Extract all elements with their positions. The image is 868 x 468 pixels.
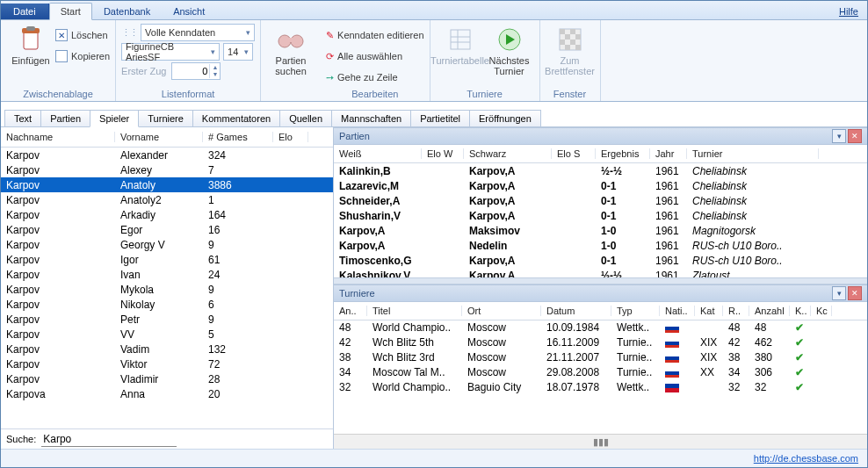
games-grid[interactable]: Kalinkin,BKarpov,A½-½1961CheliabinskLaza… (334, 163, 867, 277)
column-header[interactable]: Weiß (334, 148, 422, 159)
column-header[interactable]: Vorname (115, 132, 203, 142)
column-header[interactable]: R.. (723, 306, 749, 316)
player-row[interactable]: KarpovMykola9 (1, 282, 333, 297)
file-menu[interactable]: Datei (1, 4, 49, 19)
search-games-button[interactable]: Partien suchen (266, 22, 315, 76)
column-header[interactable]: Turnier (687, 148, 819, 159)
tournament-row[interactable]: 42Wch Blitz 5thMoscow16.11.2009Turnie..X… (334, 335, 867, 350)
column-header[interactable]: Schwarz (464, 148, 552, 159)
crosstable-button[interactable]: Turniertabelle (436, 22, 485, 66)
column-header[interactable]: An.. (334, 306, 367, 316)
tournaments-header[interactable]: An..TitelOrtDatumTypNati..KatR..AnzahlK.… (334, 302, 867, 320)
column-header[interactable]: Kat (695, 306, 723, 316)
tournaments-grid[interactable]: 48World Champio..Moscow10.09.1984Wettk..… (334, 320, 867, 435)
column-header[interactable]: Anzahl (749, 306, 790, 316)
firstmove-input[interactable] (172, 66, 209, 76)
category-tab-mannschaften[interactable]: Mannschaften (331, 110, 411, 126)
category-tab-turniere[interactable]: Turniere (138, 110, 193, 126)
column-header[interactable]: # Games (203, 132, 273, 142)
tournament-row[interactable]: 48World Champio..Moscow10.09.1984Wettk..… (334, 320, 867, 335)
player-row[interactable]: KarpovIvan24 (1, 267, 333, 282)
column-header[interactable]: Elo W (422, 148, 464, 159)
category-tab-eröffnungen[interactable]: Eröffnungen (469, 110, 541, 126)
player-row[interactable]: KarpovArkadiy164 (1, 207, 333, 222)
game-row[interactable]: Karpov,ANedelin1-01961RUS-ch U10 Boro.. (334, 238, 867, 253)
website-link[interactable]: http://de.chessbase.com (754, 453, 858, 464)
column-header[interactable]: Jahr (650, 148, 687, 159)
dropdown-icon[interactable]: ▾ (832, 129, 846, 143)
delete-button[interactable]: ✕Löschen (55, 25, 110, 45)
select-all-button[interactable]: ⟳Alle auswählen (326, 47, 402, 66)
player-row[interactable]: KarpovVladimir28 (1, 371, 333, 386)
tournament-row[interactable]: 38Wch Blitz 3rdMoscow21.11.2007Turnie..X… (334, 350, 867, 365)
column-header[interactable]: Datum (541, 306, 611, 316)
player-row[interactable]: KarpovAlexey7 (1, 162, 333, 177)
games-pane-header[interactable]: Partien ▾✕ (334, 127, 867, 145)
category-tab-kommentatoren[interactable]: Kommentatoren (192, 110, 280, 126)
flag-icon (665, 339, 679, 348)
paste-button[interactable]: Einfügen (6, 22, 55, 66)
player-row[interactable]: KarpovGeorgy V9 (1, 237, 333, 252)
firstmove-spinner[interactable]: ▲▼ (171, 62, 221, 80)
search-input[interactable] (41, 432, 177, 447)
close-icon[interactable]: ✕ (848, 286, 862, 300)
ribbon-tab-start[interactable]: Start (49, 3, 92, 20)
column-header[interactable]: Nachname (1, 132, 115, 142)
player-row[interactable]: KarpovIgor61 (1, 252, 333, 267)
game-row[interactable]: Kalashnikov,VKarpov,A½-½1961Zlatoust (334, 268, 867, 277)
play-icon (495, 25, 524, 54)
games-header[interactable]: WeißElo WSchwarzElo SErgebnisJahrTurnier (334, 145, 867, 163)
tournament-row[interactable]: 34Moscow Tal M..Moscow29.08.2008Turnie..… (334, 365, 867, 380)
splitter[interactable] (334, 277, 867, 284)
category-tab-text[interactable]: Text (4, 110, 41, 126)
edit-kenndaten-button[interactable]: ✎Kenndaten editieren (326, 25, 423, 45)
kenndaten-combo[interactable]: Volle Kenndaten▾ (141, 24, 255, 41)
tournaments-pane-header[interactable]: Turniere ▾✕ (334, 284, 867, 302)
column-header[interactable]: Typ (611, 306, 660, 316)
scrollbar[interactable]: ▮▮▮ (334, 434, 867, 449)
game-row[interactable]: Lazarevic,MKarpov,A0-11961Cheliabinsk (334, 178, 867, 193)
table-icon (446, 25, 474, 54)
game-row[interactable]: Schneider,AKarpov,A0-11961Cheliabinsk (334, 193, 867, 208)
column-header[interactable]: Ergebnis (596, 148, 650, 159)
tournament-row[interactable]: 32World Champio..Baguio City18.07.1978We… (334, 380, 867, 395)
player-row[interactable]: KarpovaAnna20 (1, 386, 333, 401)
close-icon[interactable]: ✕ (848, 129, 862, 143)
players-header[interactable]: NachnameVorname# GamesElo (1, 127, 333, 148)
ribbon-tab-database[interactable]: Datenbank (92, 3, 162, 19)
category-tab-quellen[interactable]: Quellen (279, 110, 332, 126)
next-tournament-button[interactable]: Nächstes Turnier (485, 22, 534, 76)
column-header[interactable]: Nati.. (660, 306, 695, 316)
player-row[interactable]: KarpovAnatoly3886 (1, 177, 333, 192)
board-window-button[interactable]: Zum Brettfenster (546, 22, 595, 76)
column-header[interactable]: Elo (273, 132, 308, 142)
fontsize-combo[interactable]: 14▾ (223, 43, 253, 61)
category-tab-partien[interactable]: Partien (40, 110, 90, 126)
players-grid[interactable]: KarpovAlexander324KarpovAlexey7KarpovAna… (1, 148, 333, 428)
player-row[interactable]: KarpovEgor16 (1, 222, 333, 237)
game-row[interactable]: Karpov,AMaksimov1-01961Magnitogorsk (334, 223, 867, 238)
player-row[interactable]: KarpovVadim132 (1, 342, 333, 356)
copy-button[interactable]: Kopieren (55, 47, 110, 66)
player-row[interactable]: KarpovAlexander324 (1, 148, 333, 162)
player-row[interactable]: KarpovAnatoly21 (1, 192, 333, 207)
player-row[interactable]: KarpovPetr9 (1, 312, 333, 327)
column-header[interactable]: Elo S (552, 148, 596, 159)
player-row[interactable]: KarpovNikolay6 (1, 297, 333, 312)
help-link[interactable]: Hilfe (830, 4, 867, 19)
ribbon-tab-view[interactable]: Ansicht (162, 3, 216, 19)
player-row[interactable]: KarpovViktor72 (1, 356, 333, 371)
goto-line-button[interactable]: ➙Gehe zu Zeile (326, 68, 397, 87)
game-row[interactable]: Kalinkin,BKarpov,A½-½1961Cheliabinsk (334, 163, 867, 178)
game-row[interactable]: Timoscenko,GKarpov,A0-11961RUS-ch U10 Bo… (334, 253, 867, 268)
category-tab-partietitel[interactable]: Partietitel (410, 110, 470, 126)
font-combo[interactable]: FigurineCB AriesSF▾ (121, 43, 220, 61)
game-row[interactable]: Shusharin,VKarpov,A0-11961Cheliabinsk (334, 208, 867, 223)
dropdown-icon[interactable]: ▾ (832, 286, 846, 300)
column-header[interactable]: Ort (462, 306, 541, 316)
player-row[interactable]: KarpovVV5 (1, 327, 333, 342)
column-header[interactable]: Kc (811, 306, 832, 316)
column-header[interactable]: Titel (367, 306, 462, 316)
category-tab-spieler[interactable]: Spieler (90, 110, 139, 127)
column-header[interactable]: K.. (790, 306, 811, 316)
